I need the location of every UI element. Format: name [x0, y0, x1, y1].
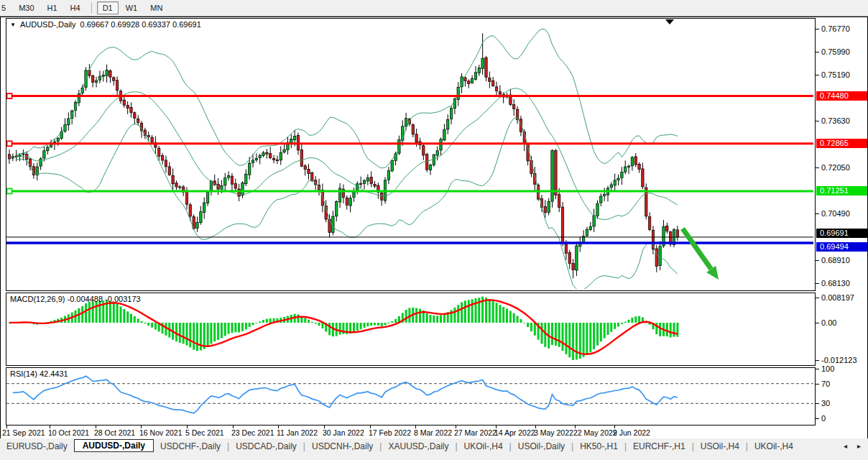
trend-arrow-annotation[interactable]: [683, 229, 719, 280]
rsi-tick-mark: [816, 403, 819, 404]
chart-tab-usdcaddaily[interactable]: USDCAD-,Daily: [229, 440, 303, 453]
price-tick-mark: [816, 29, 819, 29]
macd-axis-label: -0.012123: [821, 356, 857, 364]
price-axis-label: 0.68130: [821, 279, 850, 288]
scroll-right-icon[interactable]: ▸: [857, 442, 861, 450]
chart-tab-eurusddaily[interactable]: EURUSD-,Daily: [0, 440, 74, 453]
chart-tab-ukoilh4[interactable]: UKOil-,H4: [748, 440, 800, 453]
timeframe-button-d1[interactable]: D1: [97, 1, 119, 14]
price-axis-label: 0.76770: [821, 24, 850, 33]
date-label: 8 Mar 2022: [414, 428, 452, 437]
date-label: 3 May 2022: [534, 428, 573, 437]
timeframe-button-5[interactable]: 5: [0, 1, 11, 14]
price-axis-label: 0.73630: [821, 116, 850, 125]
macd-tick-mark: [816, 323, 819, 323]
price-axis-label: 0.75990: [821, 47, 850, 56]
chart-tab-eurchfh1[interactable]: EURCHF-,H1: [627, 440, 692, 453]
price-axis-label: 0.75190: [821, 70, 850, 79]
macd-axis-label: 0.008197: [821, 293, 854, 302]
rsi-canvas: [6, 368, 813, 423]
rsi-label: RSI(14) 42.4431: [10, 369, 68, 378]
chart-tab-usdchfdaily[interactable]: USDCHF-,Daily: [154, 440, 227, 453]
price-badge: 0.69494: [816, 242, 867, 252]
rsi-line: [13, 376, 678, 413]
date-label: 11 Jan 2022: [277, 428, 318, 437]
price-tick-mark: [816, 283, 819, 284]
scroll-left-icon[interactable]: ◂: [844, 442, 847, 450]
rsi-axis-label: 30: [821, 399, 830, 408]
rsi-tick-mark: [816, 369, 819, 369]
price-tick-mark: [816, 167, 819, 168]
rsi-axis-label: 0: [821, 414, 826, 423]
chart-tab-xauusddaily[interactable]: XAUUSD-,Daily: [382, 440, 455, 453]
macd-histogram: [9, 297, 679, 360]
date-label: 10 Oct 2021: [48, 428, 89, 437]
chart-tab-audusddaily[interactable]: AUDUSD-,Daily: [74, 439, 154, 452]
chart-ohlc-values: 0.69667 0.69928 0.69337 0.69691: [80, 20, 201, 29]
scroll-anchor-icon[interactable]: [665, 19, 674, 24]
date-label: 17 Feb 2022: [369, 428, 411, 437]
date-label: 22 May 2022: [573, 428, 617, 437]
hlines-group[interactable]: [6, 93, 813, 243]
price-tick-mark: [816, 213, 819, 214]
date-label: 28 Oct 2021: [94, 428, 135, 437]
main-chart-panel[interactable]: ▼ AUDUSD-,Daily 0.69667 0.69928 0.69337 …: [6, 18, 816, 291]
rsi-tick-mark: [816, 384, 819, 385]
chart-title: ▼ AUDUSD-,Daily 0.69667 0.69928 0.69337 …: [10, 20, 201, 29]
price-badge: 0.72865: [816, 139, 867, 148]
timeframe-button-h1[interactable]: H1: [42, 1, 63, 14]
date-label: 9 Jun 2022: [613, 428, 650, 437]
macd-tick-mark: [816, 360, 819, 361]
date-label: 14 Apr 2022: [494, 428, 535, 437]
toolbar-separator: [91, 2, 92, 14]
hline-handle[interactable]: [7, 141, 12, 146]
macd-tick-mark: [816, 298, 819, 298]
date-label: 30 Jan 2022: [323, 428, 364, 437]
macd-panel[interactable]: MACD(12,26,9) -0.004488 -0.003173: [6, 293, 816, 366]
chart-tab-bar: EURUSD-,DailyAUDUSD-,DailyUSDCHF-,Daily|…: [0, 438, 868, 454]
symbol-dropdown-icon[interactable]: ▼: [10, 22, 16, 28]
hline-handle[interactable]: [7, 93, 12, 98]
price-badge: 0.74480: [816, 91, 867, 101]
tab-scroll-arrows: ◂▸: [844, 442, 861, 450]
chart-tab-ukoilh4[interactable]: UKOil-,H4: [458, 440, 509, 453]
price-axis: 0.767700.759900.751900.736300.720500.704…: [816, 17, 867, 438]
bollinger-bands: [17, 29, 678, 289]
rsi-axis-label: 100: [821, 364, 834, 373]
price-axis-label: 0.68910: [821, 256, 850, 264]
price-tick-mark: [816, 52, 819, 52]
price-axis-label: 0.70490: [821, 209, 850, 218]
status-strip: [0, 454, 868, 460]
timeframe-button-mn[interactable]: MN: [144, 1, 168, 14]
macd-canvas: [6, 293, 813, 364]
price-axis-label: 0.72050: [821, 163, 850, 172]
chart-tab-usdcnhdaily[interactable]: USDCNH-,Daily: [305, 440, 379, 453]
hline-handle[interactable]: [7, 189, 12, 194]
candles-group: [8, 33, 678, 278]
time-axis: 21 Sep 202110 Oct 202128 Oct 202116 Nov …: [6, 426, 816, 438]
rsi-tick-mark: [816, 418, 819, 419]
chart-tab-hk50h1[interactable]: HK50-,H1: [573, 440, 624, 453]
date-label: 27 Mar 2022: [454, 428, 497, 437]
date-label: 5 Dec 2021: [185, 428, 224, 437]
timeframe-toolbar: 5M30H1H4D1W1MN: [0, 0, 868, 17]
price-tick-mark: [816, 75, 819, 75]
timeframe-button-w1[interactable]: W1: [120, 1, 144, 14]
price-badge: 0.69691: [816, 229, 867, 238]
chart-tab-usoilh4[interactable]: USOil-,H4: [694, 440, 746, 453]
chart-symbol-label: AUDUSD-,Daily: [20, 20, 76, 29]
price-badge: 0.71251: [816, 186, 867, 196]
rsi-axis-label: 70: [821, 380, 830, 388]
timeframe-button-h4[interactable]: H4: [65, 1, 86, 14]
price-tick-mark: [816, 121, 819, 121]
date-label: 21 Sep 2021: [2, 428, 45, 437]
chart-tab-usoildaily[interactable]: USOil-,Daily: [512, 440, 571, 453]
main-chart-canvas[interactable]: [6, 19, 813, 289]
macd-label: MACD(12,26,9) -0.004488 -0.003173: [10, 295, 141, 303]
price-tick-mark: [816, 260, 819, 261]
rsi-panel[interactable]: RSI(14) 42.4431: [6, 367, 816, 426]
macd-axis-label: 0.00: [821, 318, 836, 327]
date-label: 23 Dec 2021: [231, 428, 274, 437]
date-label: 16 Nov 2021: [139, 428, 183, 437]
timeframe-button-m30[interactable]: M30: [13, 1, 40, 14]
